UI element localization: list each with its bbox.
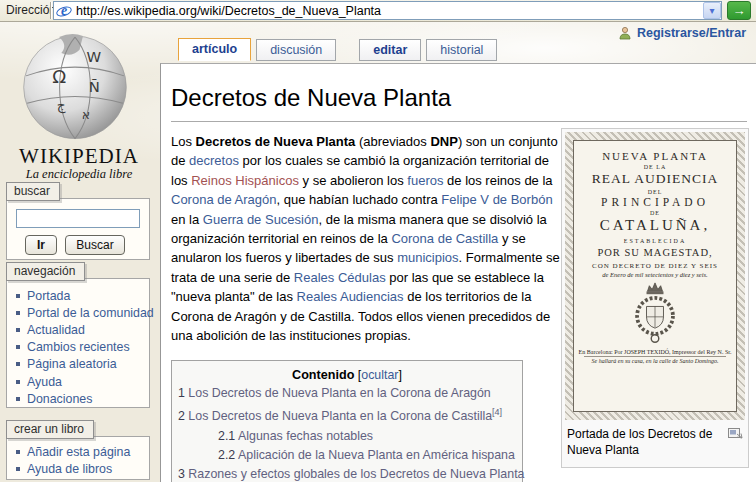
wikipedia-globe-icon[interactable]: W Ω Ñ ج א <box>16 28 134 142</box>
table-of-contents: Contenido [ocultar] 1 Los Decretos de Nu… <box>171 360 523 482</box>
wikipedia-tagline: La enciclopedia libre <box>0 167 158 182</box>
toc-item-2-2: 2.2 Aplicación de la Nueva Planta en Amé… <box>178 446 516 465</box>
article-content: Decretos de Nueva Planta Los Decretos de… <box>160 63 756 482</box>
toc-number: 1 <box>178 386 185 400</box>
wiki-link-decretos[interactable]: decretos <box>189 153 239 168</box>
square-bullet-icon <box>16 450 20 454</box>
toc-link-3[interactable]: Razones y efectos globales de los Decret… <box>188 467 524 481</box>
cover-line: NUEVA PLANTA <box>576 150 734 162</box>
wikipedia-wordmark: WIKIPEDIA <box>0 144 158 169</box>
toc-link-2[interactable]: Los Decretos de Nueva Planta en la Coron… <box>188 409 492 423</box>
book-portlet-label: crear un libro <box>6 420 94 439</box>
bold-term: Decretos de Nueva Planta <box>196 134 356 149</box>
enlarge-icon[interactable] <box>728 428 743 439</box>
sidebar-item-donaciones: Donaciones <box>7 390 149 407</box>
sidebar-link-actualidad[interactable]: Actualidad <box>27 323 85 337</box>
go-article-button[interactable]: Ir <box>25 235 57 255</box>
sidebar-link-cambios-recientes[interactable]: Cambios recientes <box>27 340 130 354</box>
sidebar-item-ayuda-de-libros: Ayuda de libros <box>7 460 149 477</box>
chevron-down-icon: ▾ <box>709 5 714 16</box>
tab-articulo[interactable]: artículo <box>178 38 251 61</box>
svg-text:א: א <box>82 107 90 122</box>
browser-toolbar: Dirección e ▾ → <box>0 0 756 22</box>
search-input[interactable] <box>16 209 140 228</box>
tab-bar: artículodiscusióneditarhistorial <box>178 38 497 61</box>
browser-window: Dirección e ▾ → Registrarse/Entrar <box>0 0 756 482</box>
cover-line: POR SU MAGESTAD, <box>576 247 734 258</box>
sidebar-item-ayuda: Ayuda <box>7 373 149 390</box>
user-icon <box>618 26 632 40</box>
url-input[interactable] <box>76 2 721 19</box>
navigation-portlet: PortadaPortal de la comunidadActualidadC… <box>6 278 150 408</box>
toolbar-divider <box>50 2 51 19</box>
wiki-link-fueros[interactable]: fueros <box>407 173 443 188</box>
sidebar-link-ayuda-de-libros[interactable]: Ayuda de libros <box>27 462 112 476</box>
login-bar[interactable]: Registrarse/Entrar <box>618 26 746 40</box>
square-bullet-icon <box>16 467 20 471</box>
square-bullet-icon <box>16 311 20 315</box>
wiki-link-reales-cedulas[interactable]: Reales Cédulas <box>294 270 386 285</box>
ie-favicon-icon: e <box>56 3 72 19</box>
tab-historial[interactable]: historial <box>426 39 497 61</box>
svg-text:ج: ج <box>57 97 66 114</box>
tab-editar[interactable]: editar <box>359 39 421 61</box>
toc-title: Contenido <box>292 368 354 382</box>
toc-link-2-2[interactable]: Aplicación de la Nueva Planta en América… <box>238 448 515 462</box>
sidebar-link-pagina-aleatoria[interactable]: Página aleatoria <box>27 357 117 371</box>
cover-line: CON DECRETO DE DIEZ Y SEIS <box>576 262 734 270</box>
wiki-link-felipe-v-de-borbon[interactable]: Felipe V de Borbón <box>441 192 552 207</box>
toc-list: 1 Los Decretos de Nueva Planta en la Cor… <box>178 384 516 482</box>
bold-term: DNP <box>430 134 457 149</box>
login-link[interactable]: Registrarse/Entrar <box>637 26 746 40</box>
sidebar-item-pagina-aleatoria: Página aleatoria <box>7 356 149 373</box>
toc-bracket-close: ] <box>398 368 401 382</box>
wiki-link-guerra-de-sucesion[interactable]: Guerra de Sucesión <box>203 212 319 227</box>
content-corner-accent <box>160 63 179 64</box>
sidebar-link-donaciones[interactable]: Donaciones <box>27 392 92 406</box>
toc-link-1[interactable]: Los Decretos de Nueva Planta en la Coron… <box>188 386 490 400</box>
address-bar[interactable]: e ▾ <box>53 1 722 20</box>
toc-item-2: 2 Los Decretos de Nueva Planta en la Cor… <box>178 403 516 426</box>
book-list: Añadir esta páginaAyuda de libros <box>7 443 149 477</box>
wiki-link-municipios[interactable]: municipios <box>397 250 458 265</box>
thumbnail-frame: NUEVA PLANTADE LAREAL AUDIENCIADELPRINCI… <box>561 128 749 468</box>
book-cover-image[interactable]: NUEVA PLANTADE LAREAL AUDIENCIADELPRINCI… <box>565 132 745 420</box>
tab-discusion[interactable]: discusión <box>256 39 336 61</box>
reference-sup[interactable]: [4] <box>492 407 502 417</box>
square-bullet-icon <box>16 380 20 384</box>
svg-text:Ω: Ω <box>52 66 66 87</box>
wiki-link-reales-audiencias[interactable]: Reales Audiencias <box>297 289 404 304</box>
toc-number: 3 <box>178 467 185 481</box>
search-portlet-label: buscar <box>6 182 60 201</box>
search-portlet: Ir Buscar <box>6 198 150 260</box>
sidebar-link-portada[interactable]: Portada <box>27 289 70 303</box>
search-button[interactable]: Buscar <box>65 235 125 255</box>
square-bullet-icon <box>16 397 20 401</box>
article-paragraph: Los Decretos de Nueva Planta (abreviados… <box>171 132 562 345</box>
cover-line: PRINCIPADO <box>576 196 734 208</box>
toc-number: 2.1 <box>218 429 235 443</box>
sidebar-item-portada: Portada <box>7 287 149 304</box>
toc-item-1: 1 Los Decretos de Nueva Planta en la Cor… <box>178 384 516 403</box>
navigation-portlet-label: navegación <box>6 262 85 281</box>
cover-line: CATALUÑA, <box>576 217 734 234</box>
coat-of-arms-icon <box>626 281 684 347</box>
sidebar-link-portal-de-la-comunidad[interactable]: Portal de la comunidad <box>27 306 154 320</box>
go-button[interactable]: → <box>727 1 751 20</box>
sidebar-item-cambios-recientes: Cambios recientes <box>7 339 149 356</box>
square-bullet-icon <box>16 328 20 332</box>
sidebar-link-ayuda[interactable]: Ayuda <box>27 375 62 389</box>
sidebar-link-anadir-esta-pagina[interactable]: Añadir esta página <box>27 445 130 459</box>
wiki-link-corona-de-castilla[interactable]: Corona de Castilla <box>391 231 498 246</box>
cover-imprint: En Barcelona: Por JOSEPH TEXIDÓ, Impress… <box>576 349 734 364</box>
address-dropdown-button[interactable]: ▾ <box>703 2 721 19</box>
imprint-line: En Barcelona: Por JOSEPH TEXIDÓ, Impress… <box>576 349 734 355</box>
red-link-reinos-hispanicos[interactable]: Reinos Hispánicos <box>191 173 299 188</box>
navigation-list: PortadaPortal de la comunidadActualidadC… <box>7 287 149 407</box>
toc-hide-link[interactable]: ocultar <box>361 368 398 382</box>
toc-link-2-1[interactable]: Algunas fechas notables <box>238 429 373 443</box>
square-bullet-icon <box>16 294 20 298</box>
svg-text:Ñ: Ñ <box>89 78 100 95</box>
wiki-link-corona-de-aragon[interactable]: Corona de Aragón <box>171 192 277 207</box>
cover-line: REAL AUDIENCIA <box>576 171 734 187</box>
